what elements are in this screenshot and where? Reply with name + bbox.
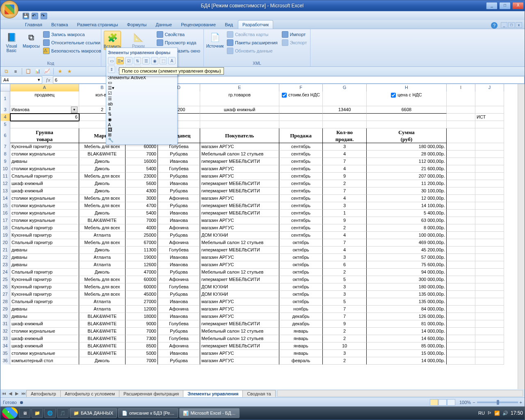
cell[interactable]: гипермаркет МЕБЕЛЬСИТИ [200, 202, 279, 210]
cell[interactable]: ДОМ КУХНИ [200, 283, 279, 291]
cell[interactable]: Мебельный салон 12 стульев [200, 151, 279, 158]
cell[interactable]: 5600 [126, 180, 158, 187]
cell[interactable]: 14 100,00р. [367, 202, 447, 210]
cell[interactable]: 135 000,00р. [367, 291, 447, 298]
cell[interactable]: октябрь [279, 247, 323, 254]
cell[interactable]: октябрь [279, 276, 323, 283]
cell[interactable]: стоим.без НДС [279, 91, 323, 106]
cell[interactable]: шкаф книжный [10, 180, 79, 187]
cell[interactable] [475, 121, 504, 128]
cell[interactable]: 469 000,00р. [367, 239, 447, 247]
row-header[interactable]: 12 [0, 180, 10, 187]
ax-more-icon[interactable]: 🔧 [108, 137, 176, 143]
zoom-in-button[interactable]: + [520, 400, 522, 405]
cell[interactable]: ИСТ [475, 114, 504, 121]
cell[interactable] [447, 291, 475, 298]
cell[interactable]: Иванова [158, 217, 200, 224]
cell[interactable]: 2 [323, 357, 367, 365]
xml-map-props-button[interactable]: Свойства карты [226, 31, 278, 38]
cell[interactable]: 9 [323, 217, 367, 224]
cell[interactable]: 7 [323, 158, 367, 165]
cell[interactable]: октябрь [279, 254, 323, 261]
cell[interactable] [447, 187, 475, 195]
cell[interactable]: Спальный гарнитур [10, 239, 79, 247]
qat-save-icon[interactable]: 💾 [23, 13, 29, 19]
view-page-break-button[interactable] [447, 399, 455, 406]
cell[interactable]: Рубцова [158, 187, 200, 195]
cell[interactable]: 3 [323, 202, 367, 210]
tab-formulas[interactable]: Формулы [123, 21, 151, 29]
cell[interactable]: Рубцова [158, 328, 200, 335]
seller-combobox[interactable]: Иванова▼ [11, 106, 78, 113]
tab-developer[interactable]: Разработчик [238, 20, 273, 29]
row-header[interactable]: 26 [0, 283, 10, 291]
cell[interactable]: 12000 [126, 306, 158, 313]
cell[interactable]: 25000 [126, 232, 158, 239]
cell[interactable]: Иванова [158, 298, 200, 306]
cell[interactable]: Спальный гарнитур [10, 224, 79, 232]
cell[interactable] [447, 239, 475, 247]
close-button[interactable]: X [512, 2, 524, 9]
cell[interactable]: Мебель для всех [79, 173, 126, 180]
row-header[interactable]: 28 [0, 298, 10, 306]
row-header[interactable]: 20 [0, 239, 10, 247]
cell[interactable] [279, 114, 323, 121]
cell[interactable]: 7 [323, 239, 367, 247]
cell[interactable]: диваны [10, 254, 79, 261]
cell[interactable] [475, 165, 504, 173]
sheet-nav-prev[interactable]: ◀ [7, 391, 14, 396]
cell[interactable] [475, 247, 504, 254]
cell[interactable]: 28 000,00р. [367, 151, 447, 158]
cell[interactable]: диваны [10, 247, 79, 254]
cell[interactable]: 2 [323, 269, 367, 276]
cell[interactable]: магазин АРГУС [200, 350, 279, 357]
cell[interactable]: 5000 [126, 350, 158, 357]
cell[interactable]: BLAK&WHITE [79, 342, 126, 350]
ax-checkbox-icon[interactable]: ☑ [108, 91, 176, 96]
cell[interactable] [475, 106, 504, 114]
horizontal-scrollbar[interactable] [277, 390, 523, 397]
cell[interactable]: январь [279, 335, 323, 342]
cell[interactable] [475, 313, 504, 320]
tb2-btn[interactable]: 📈 [43, 68, 51, 75]
cell[interactable]: сентябрь [279, 158, 323, 165]
row-header[interactable]: 13 [0, 187, 10, 195]
cell[interactable]: 12 000,00р. [367, 195, 447, 202]
cell[interactable] [447, 158, 475, 165]
cell[interactable]: Диколь [79, 210, 126, 217]
cell[interactable] [475, 232, 504, 239]
cell[interactable]: Рубцова [158, 232, 200, 239]
cell[interactable] [447, 283, 475, 291]
cell[interactable]: Голубева [158, 335, 200, 342]
cell[interactable]: 3 [323, 350, 367, 357]
cell[interactable]: 5400 [126, 165, 158, 173]
cell[interactable]: столики журнальные [10, 328, 79, 335]
view-code-button[interactable]: Просмотр кода [156, 39, 201, 46]
cell[interactable] [447, 328, 475, 335]
cell[interactable] [279, 121, 323, 128]
view-normal-button[interactable] [430, 399, 438, 406]
cell[interactable]: шкаф книжный [10, 187, 79, 195]
cell[interactable]: Атланта [79, 254, 126, 261]
cell[interactable]: 3 [323, 254, 367, 261]
cell[interactable]: 4700 [126, 202, 158, 210]
insert-control-button[interactable]: 🧩Вставить [104, 31, 121, 50]
cell[interactable] [475, 173, 504, 180]
cell[interactable]: Мебель для всех [79, 224, 126, 232]
cell[interactable]: сентябрь [279, 143, 323, 151]
cell[interactable] [447, 342, 475, 350]
cell[interactable] [475, 224, 504, 232]
mdi-minimize[interactable]: _ [501, 22, 507, 28]
cell[interactable] [475, 180, 504, 187]
cell[interactable]: Продажа [279, 128, 323, 143]
cell[interactable]: Кухонный гарнитур [10, 283, 79, 291]
cell[interactable] [447, 254, 475, 261]
tab-review[interactable]: Рецензирование [177, 21, 220, 29]
cell[interactable]: BLAK&WHITE [79, 328, 126, 335]
cell[interactable]: BLAK&WHITE [79, 335, 126, 342]
cell[interactable]: сентябрь [279, 195, 323, 202]
mdi-close[interactable]: x [516, 22, 522, 28]
cell[interactable]: Афонина [158, 224, 200, 232]
cell[interactable]: октябрь [279, 283, 323, 291]
cell[interactable]: гипермаркет МЕБЕЛЬСИТИ [200, 320, 279, 328]
